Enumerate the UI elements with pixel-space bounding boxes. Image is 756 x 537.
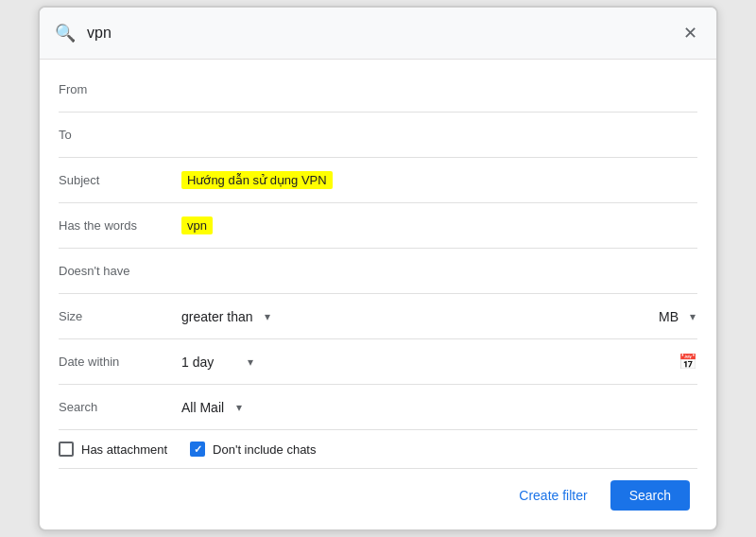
no-chats-item[interactable]: Don't include chats <box>190 442 316 457</box>
doesnt-have-label: Doesn't have <box>59 264 181 278</box>
search-in-label: Search <box>59 400 181 414</box>
checkboxes-row: Has attachment Don't include chats <box>59 430 697 469</box>
close-icon[interactable]: ✕ <box>679 19 701 47</box>
size-unit-wrapper: MB KB GB <box>659 309 697 324</box>
size-label: Size <box>59 309 181 323</box>
date-within-label: Date within <box>59 355 181 369</box>
size-value: greater than less than MB KB GB <box>181 309 697 324</box>
search-in-select-wrapper: All Mail Inbox Sent Drafts Spam Trash <box>181 400 244 415</box>
to-value <box>181 128 697 143</box>
to-row: To <box>59 113 697 158</box>
doesnt-have-value <box>181 264 697 279</box>
has-attachment-checkbox[interactable] <box>59 442 74 457</box>
has-attachment-label: Has attachment <box>81 442 167 457</box>
from-row: From <box>59 67 697 113</box>
has-words-row: Has the words vpn <box>59 203 697 249</box>
form-area: From To Subject Hướng dẫn sử dụng VPN Ha… <box>40 60 716 529</box>
subject-row: Subject Hướng dẫn sử dụng VPN <box>59 158 697 203</box>
search-icon: 🔍 <box>55 23 76 43</box>
subject-label: Subject <box>59 173 181 187</box>
has-words-label: Has the words <box>59 218 181 233</box>
search-in-value: All Mail Inbox Sent Drafts Spam Trash <box>181 400 697 415</box>
search-button[interactable]: Search <box>610 480 690 511</box>
size-select[interactable]: greater than less than <box>181 309 272 324</box>
search-query-input[interactable] <box>87 25 679 42</box>
create-filter-button[interactable]: Create filter <box>507 480 598 511</box>
search-in-select[interactable]: All Mail Inbox Sent Drafts Spam Trash <box>181 400 244 415</box>
date-select[interactable]: 1 day 3 days 1 week 2 weeks 1 month 2 mo… <box>181 355 255 370</box>
doesnt-have-input[interactable] <box>181 264 697 279</box>
from-input[interactable] <box>181 82 697 97</box>
to-input[interactable] <box>181 128 697 143</box>
calendar-icon[interactable]: 📅 <box>679 353 697 371</box>
actions-row: Create filter Search <box>59 469 697 522</box>
date-within-row: Date within 1 day 3 days 1 week 2 weeks … <box>59 339 697 385</box>
subject-value: Hướng dẫn sử dụng VPN <box>181 171 697 189</box>
has-words-tag: vpn <box>181 217 213 234</box>
has-attachment-item[interactable]: Has attachment <box>59 442 167 457</box>
from-label: From <box>59 82 181 96</box>
date-within-value: 1 day 3 days 1 week 2 weeks 1 month 2 mo… <box>181 353 697 371</box>
no-chats-label: Don't include chats <box>213 442 316 457</box>
size-unit-select[interactable]: MB KB GB <box>659 309 697 324</box>
search-in-row: Search All Mail Inbox Sent Drafts Spam T… <box>59 385 697 430</box>
date-select-wrapper: 1 day 3 days 1 week 2 weeks 1 month 2 mo… <box>181 355 255 370</box>
doesnt-have-row: Doesn't have <box>59 249 697 294</box>
search-dialog: 🔍 ✕ From To Subject Hướng dẫn sử dụng VP… <box>38 6 718 531</box>
from-value <box>181 82 697 97</box>
size-row: Size greater than less than MB KB GB <box>59 294 697 339</box>
size-select-wrapper: greater than less than <box>181 309 272 324</box>
has-words-value: vpn <box>181 217 697 234</box>
no-chats-checkbox[interactable] <box>190 442 205 457</box>
subject-tag: Hướng dẫn sử dụng VPN <box>181 171 333 189</box>
search-bar: 🔍 ✕ <box>40 8 716 60</box>
to-label: To <box>59 128 181 142</box>
